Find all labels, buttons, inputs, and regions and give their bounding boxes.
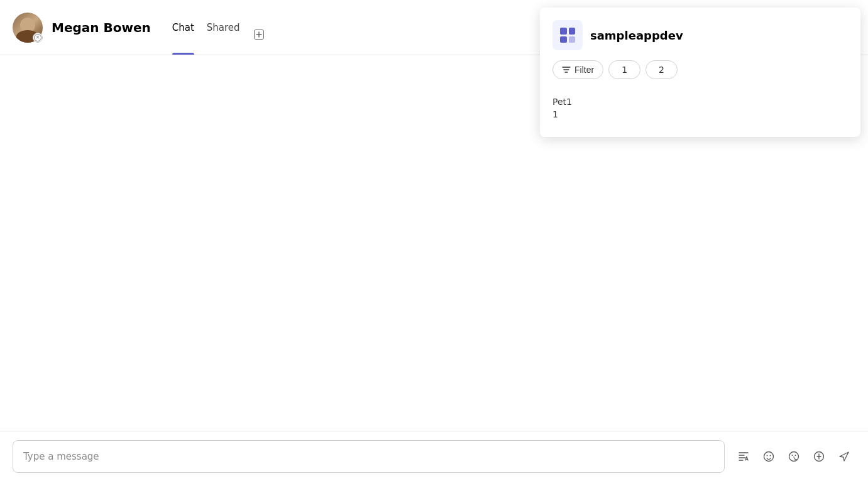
svg-point-8 — [767, 455, 768, 456]
grid-cell-2 — [569, 28, 576, 35]
attach-icon — [813, 450, 825, 463]
app-name: sampleappdev — [590, 29, 683, 42]
grid-cell-1 — [560, 28, 567, 35]
send-button[interactable] — [833, 445, 855, 468]
filter-row: Filter 1 2 — [552, 60, 848, 79]
data-value: 1 — [552, 109, 848, 119]
emoji-button[interactable] — [757, 445, 780, 468]
data-label: Pet1 — [552, 97, 848, 107]
data-section: Pet1 1 — [552, 92, 848, 124]
format-button[interactable] — [732, 445, 755, 468]
format-icon — [737, 450, 750, 463]
svg-point-11 — [792, 455, 793, 456]
filter-icon — [562, 66, 571, 73]
sticker-icon — [788, 450, 800, 463]
user-name: Megan Bowen — [52, 20, 151, 35]
grid-cell-3 — [560, 36, 567, 43]
avatar[interactable]: ✕ — [13, 13, 43, 43]
emoji-icon — [762, 450, 775, 463]
grid-cell-4 — [569, 36, 576, 43]
popup-panel: sampleappdev Filter 1 2 Pet1 1 — [540, 8, 860, 137]
plus-icon — [254, 30, 264, 40]
filter-button[interactable]: Filter — [552, 60, 603, 79]
message-input-placeholder: Type a message — [23, 451, 99, 462]
popup-tab-2[interactable]: 2 — [646, 60, 678, 79]
svg-point-9 — [770, 455, 771, 456]
add-tab-button[interactable] — [249, 24, 269, 45]
tab-chat[interactable]: Chat — [166, 0, 201, 55]
app-grid-icon — [560, 28, 575, 43]
message-input-wrapper[interactable]: Type a message — [13, 440, 725, 473]
avatar-status-badge: ✕ — [33, 33, 43, 43]
tab-shared[interactable]: Shared — [201, 0, 246, 55]
sticker-button[interactable] — [783, 445, 805, 468]
popup-tab-1[interactable]: 1 — [608, 60, 640, 79]
popup-header: sampleappdev — [552, 20, 848, 50]
message-bar: Type a message — [0, 431, 868, 481]
send-icon — [838, 450, 850, 463]
svg-point-12 — [795, 455, 796, 456]
svg-point-7 — [764, 451, 774, 461]
tab-bar: Chat Shared — [166, 0, 269, 55]
message-actions — [732, 445, 855, 468]
app-icon — [552, 20, 583, 50]
attach-button[interactable] — [808, 445, 830, 468]
